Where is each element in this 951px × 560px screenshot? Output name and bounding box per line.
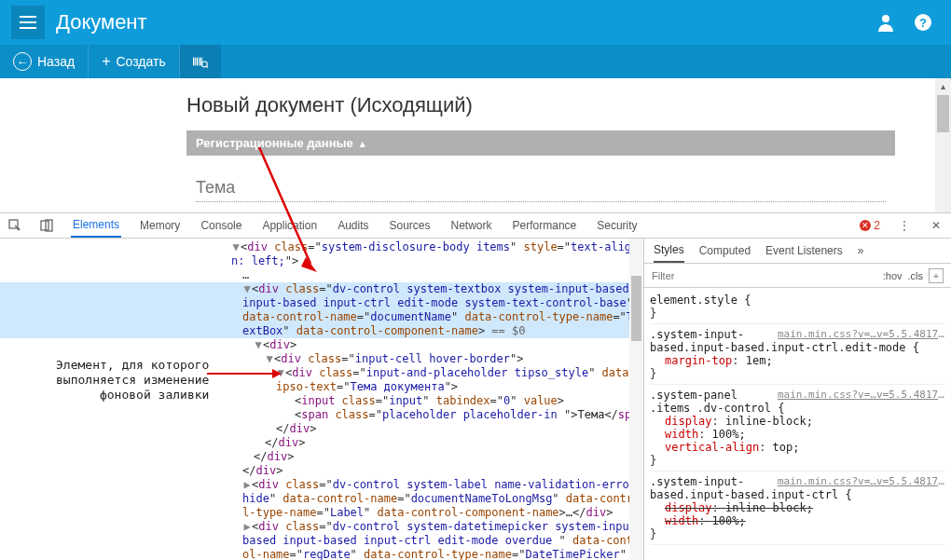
document-area: Новый документ (Исходящий) Регистрационн…	[0, 78, 951, 212]
svg-text:?: ?	[919, 16, 927, 30]
css-rule[interactable]: element.style {}	[650, 292, 945, 324]
devtools-tab-sources[interactable]: Sources	[387, 214, 432, 237]
devtools-tab-security[interactable]: Security	[595, 214, 639, 237]
css-rule[interactable]: main.min.css?v=…v=5.5.4817.0:1.system-in…	[650, 326, 945, 385]
user-icon[interactable]	[876, 13, 895, 32]
styles-more-icon[interactable]: »	[858, 239, 864, 262]
svg-rect-8	[196, 58, 197, 66]
elements-tree[interactable]: ▼<div class="system-disclosure-body item…	[0, 239, 643, 560]
styles-tabs: StylesComputedEvent Listeners»	[644, 239, 951, 264]
barcode-icon	[193, 53, 208, 70]
theme-input[interactable]	[196, 174, 886, 202]
svg-rect-7	[195, 58, 196, 66]
devtools-tab-network[interactable]: Network	[449, 214, 494, 237]
collapse-icon: ▴	[360, 138, 365, 149]
close-devtools-icon[interactable]: ✕	[929, 218, 944, 233]
styles-filter-input[interactable]	[652, 270, 877, 281]
error-indicator[interactable]: ✕2	[860, 219, 880, 232]
svg-point-12	[201, 61, 207, 67]
elements-scrollbar-thumb[interactable]	[631, 276, 641, 341]
svg-rect-6	[193, 58, 194, 66]
back-button[interactable]: ← Назад	[0, 45, 89, 78]
scroll-up-arrow[interactable]: ▴	[935, 78, 951, 94]
svg-point-3	[882, 15, 889, 22]
svg-rect-9	[199, 58, 200, 66]
inspect-icon[interactable]	[7, 218, 22, 233]
annotation-text: Элемент, для которого выполняется измене…	[56, 358, 209, 403]
styles-filter-bar: :hov .cls +	[644, 264, 951, 288]
app-header: Документ ?	[0, 0, 951, 45]
styles-tab-computed[interactable]: Computed	[699, 239, 751, 262]
back-arrow-icon: ←	[13, 52, 32, 71]
devtools-tabs: ElementsMemoryConsoleApplicationAuditsSo…	[0, 213, 951, 239]
help-icon[interactable]: ?	[914, 13, 932, 32]
scrollbar-thumb[interactable]	[937, 95, 949, 132]
error-circle-icon: ✕	[860, 220, 871, 231]
svg-rect-0	[20, 16, 36, 18]
devtools-tab-performance[interactable]: Performance	[511, 214, 579, 237]
css-rule[interactable]: main.min.css?v=…v=5.5.4817.0:1.system-in…	[650, 473, 945, 545]
create-button[interactable]: + Создать	[89, 45, 180, 78]
svg-rect-1	[20, 21, 36, 23]
hamburger-menu-icon[interactable]	[11, 6, 45, 39]
devtools-tab-audits[interactable]: Audits	[336, 214, 370, 237]
styles-tab-event-listeners[interactable]: Event Listeners	[765, 239, 843, 262]
new-rule-button[interactable]: +	[929, 268, 944, 283]
cls-toggle[interactable]: .cls	[908, 270, 924, 281]
panel-body	[186, 156, 895, 212]
styles-tab-styles[interactable]: Styles	[654, 239, 684, 263]
css-rule[interactable]: main.min.css?v=…v=5.5.4817.0:1.system-pa…	[650, 387, 945, 471]
devtools-tab-application[interactable]: Application	[260, 214, 319, 237]
barcode-button[interactable]	[180, 45, 221, 78]
svg-rect-15	[41, 221, 48, 230]
devtools-tab-elements[interactable]: Elements	[71, 213, 121, 238]
devtools-tab-memory[interactable]: Memory	[138, 214, 182, 237]
styles-panel: StylesComputedEvent Listeners» :hov .cls…	[643, 239, 951, 560]
hov-toggle[interactable]: :hov	[883, 270, 903, 281]
elements-scrollbar[interactable]	[629, 239, 643, 560]
create-label: Создать	[116, 54, 165, 69]
styles-rules[interactable]: element.style {}main.min.css?v=…v=5.5.48…	[644, 288, 951, 560]
devtools-panel: ElementsMemoryConsoleApplicationAuditsSo…	[0, 212, 951, 560]
sub-toolbar: ← Назад + Создать	[0, 45, 951, 78]
plus-icon: +	[102, 53, 110, 70]
devtools-tab-console[interactable]: Console	[199, 214, 243, 237]
kebab-menu-icon[interactable]: ⋮	[897, 218, 912, 233]
device-icon[interactable]	[39, 218, 54, 233]
svg-line-13	[206, 66, 207, 67]
page-title: Документ	[56, 10, 876, 34]
svg-rect-2	[20, 27, 36, 29]
document-title: Новый документ (Исходящий)	[186, 93, 951, 117]
back-label: Назад	[37, 54, 75, 69]
svg-rect-10	[200, 58, 200, 66]
panel-header[interactable]: Регистрационные данные ▴	[186, 130, 895, 156]
